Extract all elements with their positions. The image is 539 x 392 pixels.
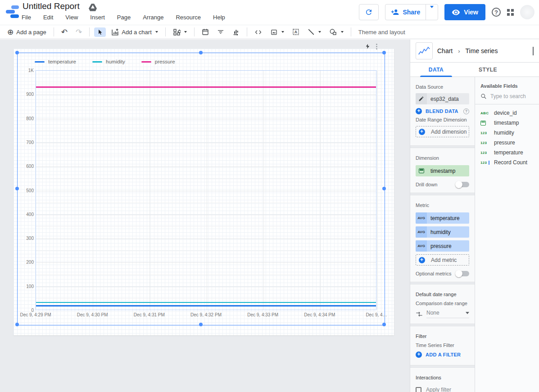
chart-type-header[interactable]: Chart › Time series [410, 40, 539, 63]
metric-chip-temperature[interactable]: AVGtemperature [416, 212, 469, 224]
refresh-data-button[interactable] [359, 4, 379, 20]
breadcrumb-chart[interactable]: Chart [437, 47, 453, 54]
report-page[interactable]: temperaturehumiditypressure 1K9008007006… [14, 49, 394, 335]
add-page-button[interactable]: ⊕ Add a page [5, 27, 49, 37]
number-field-icon: 123 [480, 131, 490, 135]
selection-handle[interactable] [199, 323, 203, 326]
tab-style[interactable]: STYLE [462, 63, 514, 77]
add-filter-button[interactable]: + ADD A FILTER [416, 351, 469, 358]
embed-url-button[interactable] [252, 27, 265, 37]
menu-edit[interactable]: Edit [43, 14, 53, 21]
menu-file[interactable]: File [22, 14, 31, 21]
chevron-down-icon [155, 31, 158, 33]
selection-handle[interactable] [15, 323, 19, 326]
selection-handle[interactable] [15, 187, 19, 190]
insert-shape-button[interactable] [326, 27, 346, 37]
theme-and-layout-button[interactable]: Theme and layout [356, 27, 408, 37]
add-chart-icon [111, 28, 119, 36]
legend-swatch-icon [141, 61, 151, 63]
field-search[interactable] [475, 93, 539, 104]
field-search-input[interactable] [490, 93, 535, 99]
looker-studio-logo[interactable] [6, 5, 19, 18]
share-button[interactable]: Share [385, 5, 426, 20]
image-icon [270, 29, 278, 36]
selection-handle[interactable] [382, 51, 386, 54]
chevron-down-icon [281, 31, 284, 33]
canvas-workspace[interactable]: temperaturehumiditypressure 1K9008007006… [0, 40, 410, 392]
insert-text-button[interactable]: A [290, 27, 302, 37]
date-range-control-button[interactable] [199, 27, 212, 37]
date-range-dimension-label: Date Range Dimension [416, 117, 469, 122]
field-item-timestamp[interactable]: timestamp [475, 118, 539, 128]
view-button[interactable]: View [444, 4, 485, 20]
report-title[interactable]: Untitled Report [23, 1, 80, 11]
field-item-record-count[interactable]: 123Record Count [475, 158, 539, 167]
menu-insert[interactable]: Insert [90, 14, 105, 21]
avatar[interactable] [520, 5, 534, 19]
data-properties-column: Data Source esp32_data + BLEND DATA ? Da… [410, 77, 475, 392]
dimension-chip[interactable]: timestamp [416, 165, 469, 176]
comparison-date-range-select[interactable]: None [426, 310, 469, 318]
data-source-chip[interactable]: esp32_data [416, 93, 469, 104]
tab-data[interactable]: DATA [410, 63, 462, 77]
menu-help[interactable]: Help [213, 14, 225, 21]
series-line-temperature [36, 305, 376, 306]
x-axis-tick-label: Dec 9, 4:31 PM [134, 312, 165, 317]
metric-chip-humidity[interactable]: AVGhumidity [416, 226, 469, 238]
checkbox-unchecked-icon[interactable] [416, 387, 421, 392]
drive-status-icon [89, 4, 97, 11]
help-icon[interactable]: ? [463, 108, 469, 114]
insert-line-button[interactable] [305, 27, 324, 37]
series-line-pressure [36, 86, 376, 88]
field-item-pressure[interactable]: 123pressure [475, 138, 539, 148]
more-options-icon[interactable] [376, 44, 377, 50]
add-dimension-chip[interactable]: + Add dimension [416, 126, 469, 137]
selection-handle[interactable] [15, 51, 19, 54]
add-icon: + [416, 351, 422, 358]
field-item-humidity[interactable]: 123humidity [475, 128, 539, 138]
collapse-panel-icon[interactable] [533, 47, 534, 55]
quick-actions-lightning-icon[interactable] [365, 43, 371, 50]
share-dropdown-button[interactable] [426, 8, 438, 16]
data-source-name: esp32_data [427, 96, 459, 102]
selection-handle[interactable] [199, 51, 203, 54]
gridline-vertical [207, 71, 207, 310]
field-item-device_id[interactable]: ABCdevice_id [475, 108, 539, 118]
metric-field-name: humidity [427, 229, 451, 235]
blend-data-button[interactable]: + BLEND DATA ? [416, 108, 469, 114]
metric-chip-pressure[interactable]: AVGpressure [416, 240, 469, 252]
undo-button[interactable]: ↶ [59, 27, 70, 37]
redo-button[interactable]: ↷ [73, 27, 85, 37]
add-chart-button[interactable]: Add a chart [109, 27, 161, 37]
x-axis-tick-label: Dec 9, 4:32 PM [190, 312, 222, 317]
select-cursor-button[interactable] [94, 27, 106, 37]
insert-image-button[interactable] [267, 27, 287, 37]
menu-resource[interactable]: Resource [176, 14, 201, 21]
edit-pencil-icon[interactable] [416, 93, 427, 104]
community-visualizations-button[interactable] [170, 27, 190, 37]
x-axis-tick-label: Dec 9, 4:33 PM [247, 312, 278, 317]
time-series-chart[interactable]: temperaturehumiditypressure 1K9008007006… [17, 53, 385, 325]
menu-arrange[interactable]: Arrange [143, 14, 163, 21]
filter-control-button[interactable] [214, 27, 227, 37]
x-axis-tick-label: Dec 9, 4:34 PM [304, 312, 335, 317]
optional-metrics-label: Optional metrics [416, 271, 451, 276]
selection-handle[interactable] [382, 323, 386, 326]
menu-page[interactable]: Page [117, 14, 131, 21]
selection-handle[interactable] [382, 187, 386, 190]
add-metric-chip[interactable]: + Add metric [416, 254, 469, 266]
apps-grid-icon[interactable] [507, 9, 514, 16]
data-control-icon [232, 28, 240, 36]
panel-tabs: DATA STYLE [410, 63, 539, 77]
calendar-icon [416, 165, 427, 176]
menu-view[interactable]: View [65, 14, 78, 21]
data-control-button[interactable] [230, 27, 242, 37]
help-icon[interactable]: ? [492, 8, 501, 17]
apply-filter-checkbox-row[interactable]: Apply filter [416, 387, 469, 392]
y-axis-tick-label: 500 [18, 188, 34, 193]
calendar-icon [202, 28, 209, 36]
optional-metrics-toggle[interactable] [456, 271, 469, 276]
drill-down-toggle[interactable] [456, 182, 469, 187]
field-item-temperature[interactable]: 123temperature [475, 148, 539, 158]
cursor-icon [97, 29, 103, 36]
